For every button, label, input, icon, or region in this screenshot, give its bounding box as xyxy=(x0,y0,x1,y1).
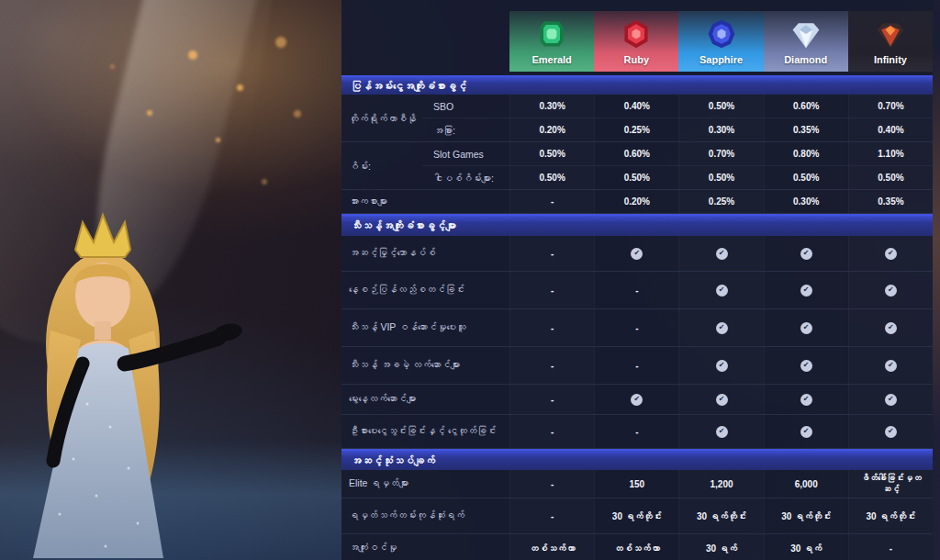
table-row: Slot Games 0.50% 0.60% 0.70% 0.80% 1.10% xyxy=(422,142,933,165)
value-cell: 30 ရက်တိုင်း xyxy=(848,498,933,533)
value-cell: 30 ရက် xyxy=(764,534,848,560)
benefit-cell: - xyxy=(509,236,594,271)
value-cell: 0.25% xyxy=(678,190,763,213)
value-cell: 0.30% xyxy=(764,190,848,213)
row-label: Slot Games xyxy=(422,142,509,165)
table-row: ရမှတ်သက်တမ်းကုန်ဆုံးရက် - 30 ရက်တိုင်း 3… xyxy=(341,498,933,534)
group-label: တိုက်ရိုက်ကာစီနို xyxy=(341,95,422,141)
group-label: ဂိမ်း: xyxy=(341,142,422,189)
exclusive-rows: အဆင့်မြှင့်ဘောနပ်စ် - ✓ ✓ ✓ ✓ နေ့စဉ်ပြန်… xyxy=(341,236,933,449)
tier-tab-emerald[interactable]: Emerald xyxy=(509,11,594,72)
table-row: အခြား: 0.20% 0.25% 0.30% 0.35% 0.40% xyxy=(422,118,933,141)
benefit-cell: - xyxy=(509,272,594,308)
value-cell: 0.30% xyxy=(509,95,594,118)
value-cell: 0.70% xyxy=(678,142,763,165)
promo-model-illustration xyxy=(0,193,285,560)
benefit-cell: ✓ xyxy=(764,385,848,414)
tier-tab-ruby[interactable]: Ruby xyxy=(594,11,678,72)
benefit-cell: ✓ xyxy=(594,236,678,271)
benefit-cell: ✓ xyxy=(764,272,848,308)
benefit-cell: ✓ xyxy=(764,309,848,346)
benefit-cell: ✓ xyxy=(848,309,933,346)
value-cell: - xyxy=(848,534,933,560)
benefit-cell: - xyxy=(594,272,678,308)
section-title: အဆင့်သုံးသပ်ချက် xyxy=(351,455,435,466)
value-cell: 0.50% xyxy=(509,142,594,165)
tier-tab-sapphire[interactable]: Sapphire xyxy=(678,11,763,72)
sapphire-gem-icon xyxy=(705,17,738,50)
benefit-cell: ✓ xyxy=(764,415,848,448)
value-cell: 30 ရက်တိုင်း xyxy=(678,498,763,533)
bokeh-light xyxy=(237,84,243,91)
benefit-cell: ✓ xyxy=(764,236,848,271)
table-row: Elite ရမှတ်များ - 150 1,200 6,000 ဖိတ်ခေ… xyxy=(341,470,933,498)
tier-tab-diamond[interactable]: Diamond xyxy=(764,11,848,72)
row-label: အဆင့်မြှင့်ဘောနပ်စ် xyxy=(341,236,509,271)
cashback-rows: တိုက်ရိုက်ကာစီနို SBO 0.30% 0.40% 0.50% … xyxy=(341,95,933,214)
table-row: မွေးနေ့လက်ဆောင်များ - ✓ ✓ ✓ ✓ xyxy=(341,385,933,415)
bokeh-light xyxy=(294,110,301,118)
row-label: မွေးနေ့လက်ဆောင်များ xyxy=(341,385,509,414)
benefit-cell: ✓ xyxy=(848,415,933,448)
section-header-exclusive: သီးသန့်အကျိုးခံစားခွင့်များ xyxy=(341,214,933,236)
section-header-cashback: ပြန်အမ်းငွေအကျိုးခံစားခွင့် xyxy=(341,75,933,95)
row-label: အကျုံးဝင်မှု xyxy=(341,534,509,560)
bokeh-light xyxy=(110,64,115,69)
value-cell: 0.60% xyxy=(764,95,848,118)
value-cell: 0.50% xyxy=(678,166,763,189)
tier-label: Sapphire xyxy=(699,54,743,65)
value-cell: 0.35% xyxy=(848,190,933,213)
bokeh-light xyxy=(147,110,152,116)
vip-benefits-table: Emerald Ruby Sapphire xyxy=(341,0,933,560)
value-cell: 150 xyxy=(594,470,678,498)
row-label: နေ့စဉ်ပြန်လည်စတင်ခြင်း xyxy=(341,272,509,308)
value-cell: 0.25% xyxy=(594,118,678,141)
value-cell: 30 ရက်တိုင်း xyxy=(594,498,678,533)
value-cell: 0.50% xyxy=(764,166,848,189)
value-cell: 0.20% xyxy=(594,190,678,213)
value-cell: 0.50% xyxy=(509,166,594,189)
section-title: သီးသန့်အကျိုးခံစားခွင့်များ xyxy=(351,220,456,231)
value-cell: - xyxy=(509,470,594,498)
value-cell: တစ်သက်တာ xyxy=(594,534,678,560)
value-cell: - xyxy=(509,190,594,213)
benefit-cell: ✓ xyxy=(678,347,763,384)
review-rows: Elite ရမှတ်များ - 150 1,200 6,000 ဖိတ်ခေ… xyxy=(341,470,933,560)
benefit-cell: ✓ xyxy=(848,385,933,414)
table-row: သီးသန့် VIP ဝန်ဆောင်မှုပေးသူ - - ✓ ✓ ✓ xyxy=(341,309,933,347)
emerald-gem-icon xyxy=(535,17,568,50)
value-cell: 0.20% xyxy=(509,118,594,141)
benefit-cell: - xyxy=(509,309,594,346)
table-row: ဦးစားပေးငွေသွင်းခြင်းနှင့် ငွေထုတ်ခြင်း … xyxy=(341,415,933,449)
benefit-cell: ✓ xyxy=(764,347,848,384)
tier-label: Diamond xyxy=(784,54,827,65)
tier-tab-infinity[interactable]: Infinity xyxy=(848,11,933,72)
table-row: နေ့စဉ်ပြန်လည်စတင်ခြင်း - - ✓ ✓ ✓ xyxy=(341,272,933,309)
benefit-cell: ✓ xyxy=(678,309,763,346)
row-label: အားကစားများ xyxy=(341,190,509,213)
benefit-cell: ✓ xyxy=(848,236,933,271)
benefit-cell: - xyxy=(509,385,594,414)
value-cell: 0.50% xyxy=(848,166,933,189)
value-cell: 0.60% xyxy=(594,142,678,165)
table-row-sports: အားကစားများ - 0.20% 0.25% 0.30% 0.35% xyxy=(341,190,933,214)
table-group-games: ဂိမ်း: Slot Games 0.50% 0.60% 0.70% 0.80… xyxy=(341,142,933,190)
section-title: ပြန်အမ်းငွေအကျိုးခံစားခွင့် xyxy=(351,81,467,92)
tier-header-row: Emerald Ruby Sapphire xyxy=(509,11,933,72)
section-header-review: အဆင့်သုံးသပ်ချက် xyxy=(341,449,933,470)
benefit-cell: ✓ xyxy=(678,385,763,414)
row-label: ဦးစားပေးငွေသွင်းခြင်းနှင့် ငွေထုတ်ခြင်း xyxy=(341,415,509,448)
value-cell: 0.50% xyxy=(594,166,678,189)
tier-label: Ruby xyxy=(624,54,650,65)
row-label: အခြား: xyxy=(422,118,509,141)
benefit-cell: - xyxy=(509,415,594,448)
value-cell: 0.70% xyxy=(848,95,933,118)
benefit-cell: - xyxy=(594,415,678,448)
value-cell: 0.40% xyxy=(594,95,678,118)
row-label: ငါးပစ်ဂိမ်းများ: xyxy=(422,166,509,189)
row-label: ရမှတ်သက်တမ်းကုန်ဆုံးရက် xyxy=(341,498,509,533)
bokeh-light xyxy=(275,37,286,48)
bokeh-light xyxy=(216,138,220,142)
table-row: SBO 0.30% 0.40% 0.50% 0.60% 0.70% xyxy=(422,95,933,118)
value-cell: တစ်သက်တာ xyxy=(509,534,594,560)
